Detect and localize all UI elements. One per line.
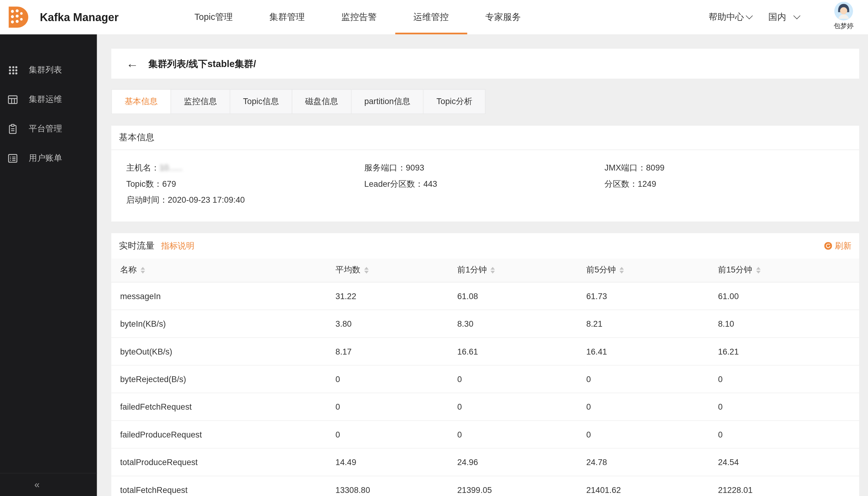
basic-info-card-title: 基本信息 [111,126,859,150]
table-row: byteOut(KB/s) 8.17 16.61 16.41 16.21 [111,337,859,365]
metric-value: 61.73 [586,282,717,310]
sidebar-item-label: 用户账单 [29,153,62,163]
column-last-5min[interactable]: 前5分钟 [586,259,717,282]
metric-value: 13308.80 [335,476,457,496]
sidebar-item-platform-management[interactable]: 平台管理 [0,114,97,144]
platform-management-icon [7,123,18,134]
chevron-down-icon [746,12,753,19]
metric-value: 0 [335,420,457,448]
sort-icon [620,267,624,274]
table-row: failedProduceRequest 0 0 0 0 [111,420,859,448]
main-content: ← 集群列表/线下stable集群/ 基本信息 监控信息 Topic信息 磁盘信… [97,34,868,496]
tab-partition-info[interactable]: partition信息 [352,89,424,114]
metric-name: messageIn [111,282,335,310]
sidebar: 集群列表 集群运维 平台管理 [0,34,97,496]
column-last-15min[interactable]: 前15分钟 [717,259,859,282]
metric-name: failedFetchRequest [111,392,335,420]
sidebar-item-label: 集群运维 [29,94,62,104]
metric-value: 8.30 [457,310,585,337]
user-menu[interactable]: 包梦婷 [834,0,854,31]
column-label: 前1分钟 [457,265,487,275]
metric-value: 0 [457,392,585,420]
metric-value: 8.21 [586,310,717,337]
metrics-explain-link[interactable]: 指标说明 [161,241,194,251]
metric-value: 31.22 [335,282,457,310]
refresh-button[interactable]: 刷新 [824,241,851,251]
field-service-port: 服务端口：9093 [364,159,604,175]
metric-value: 0 [717,365,859,392]
field-start-time: 启动时间：2020-09-23 17:09:40 [126,192,364,207]
metric-name: byteRejected(B/s) [111,365,335,392]
field-value: 1249 [638,179,656,188]
basic-info-card: 基本信息 主机名：10...... 服务端口：9093 JMX端口：8099 T… [111,126,859,222]
help-center-label: 帮助中心 [709,11,744,23]
app-window: Kafka Manager Topic管理 集群管理 监控告警 运维管控 专家服… [0,0,868,496]
field-topic-count: Topic数：679 [126,175,364,191]
metric-value: 3.80 [335,310,457,337]
sidebar-item-cluster-list[interactable]: 集群列表 [0,56,97,85]
field-hostname: 主机名：10...... [126,159,364,175]
metric-name: byteOut(KB/s) [111,337,335,365]
metric-value: 0 [717,392,859,420]
top-right-area: 帮助中心 国内 包梦婷 [709,0,868,34]
column-avg[interactable]: 平均数 [335,259,457,282]
sort-icon [756,267,760,274]
sidebar-item-label: 集群列表 [29,65,62,75]
field-value: 9093 [406,163,424,172]
sidebar-item-cluster-ops[interactable]: 集群运维 [0,85,97,114]
nav-monitor-alert[interactable]: 监控告警 [323,0,395,34]
metric-name: failedProduceRequest [111,420,335,448]
column-name[interactable]: 名称 [111,259,335,282]
metric-value: 24.96 [457,448,585,476]
field-value: 8099 [646,163,664,172]
field-label: 服务端口： [364,163,406,172]
metric-value: 24.54 [717,448,859,476]
column-label: 前15分钟 [718,265,752,275]
metric-value: 21228.01 [717,476,859,496]
username-label: 包梦婷 [834,22,854,31]
top-header: Kafka Manager Topic管理 集群管理 监控告警 运维管控 专家服… [0,0,868,34]
table-row: failedFetchRequest 0 0 0 0 [111,392,859,420]
field-label: JMX端口： [604,163,646,172]
tab-disk-info[interactable]: 磁盘信息 [292,89,352,114]
tab-monitor-info[interactable]: 监控信息 [171,89,231,114]
field-label: 分区数： [604,179,638,188]
sidebar-item-user-billing[interactable]: 用户账单 [0,143,97,173]
realtime-metrics-table: 名称 平均数 前1分钟 前5分钟 前15分钟 messageIn 31.22 6… [111,259,859,496]
realtime-flow-title: 实时流量 [119,240,155,252]
tab-basic-info[interactable]: 基本信息 [111,89,171,114]
field-leader-partitions: Leader分区数：443 [364,175,604,191]
metric-value: 24.78 [586,448,717,476]
collapse-icon: « [34,479,40,490]
sidebar-collapse-button[interactable]: « [0,473,97,496]
nav-expert-service[interactable]: 专家服务 [467,0,539,34]
nav-topic-management[interactable]: Topic管理 [176,0,251,34]
metric-value: 16.61 [457,337,585,365]
column-last-1min[interactable]: 前1分钟 [457,259,585,282]
metric-name: totalProduceRequest [111,448,335,476]
nav-ops-control[interactable]: 运维管控 [395,0,467,34]
table-header-row: 名称 平均数 前1分钟 前5分钟 前15分钟 [111,259,859,282]
help-center-dropdown[interactable]: 帮助中心 [709,11,752,23]
tab-topic-info[interactable]: Topic信息 [230,89,292,114]
realtime-flow-card: 实时流量 指标说明 刷新 名称 [111,233,859,496]
metric-value: 0 [586,365,717,392]
column-label: 名称 [120,265,137,275]
metric-value: 0 [335,392,457,420]
field-label: 启动时间： [126,195,168,204]
tab-bar: 基本信息 监控信息 Topic信息 磁盘信息 partition信息 Topic… [111,89,859,114]
region-dropdown[interactable]: 国内 [768,11,799,23]
cluster-ops-icon [7,94,18,105]
tab-topic-analysis[interactable]: Topic分析 [424,89,486,114]
app-logo-icon [5,5,29,29]
sort-icon [364,267,368,274]
metric-value: 14.49 [335,448,457,476]
sort-icon [491,267,495,274]
nav-cluster-management[interactable]: 集群管理 [251,0,323,34]
metric-value: 61.08 [457,282,585,310]
field-value: 10...... [159,163,183,172]
back-button[interactable]: ← [126,58,138,70]
metric-value: 8.17 [335,337,457,365]
metric-value: 0 [335,365,457,392]
basic-info-fields: 主机名：10...... 服务端口：9093 JMX端口：8099 Topic数… [111,150,859,221]
